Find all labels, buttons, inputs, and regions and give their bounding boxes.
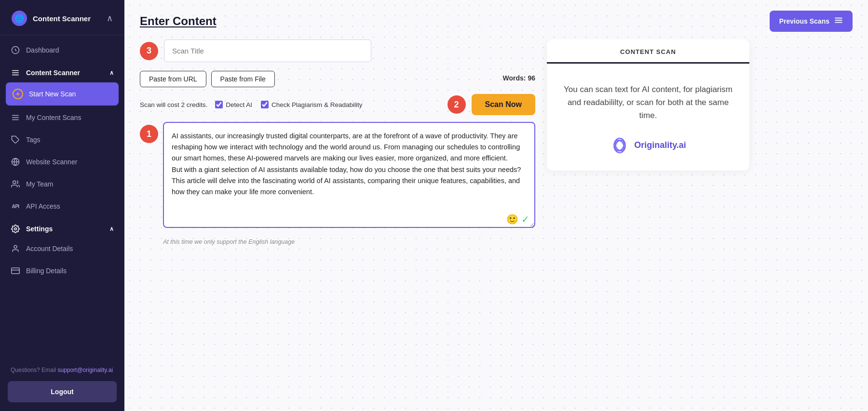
sidebar-item-start-new-scan[interactable]: + Start New Scan [6,82,119,106]
right-panel-description: You can scan text for AI content, for pl… [562,83,734,122]
paste-file-button[interactable]: Paste from File [211,71,275,87]
step-2-badge: 2 [448,95,466,114]
step-3-badge: 3 [140,42,158,60]
content-scanner-icon [11,68,20,78]
list-icon [834,16,843,26]
paste-buttons: Paste from URL Paste from File [140,71,275,87]
my-team-label: My Team [26,180,54,188]
right-panel-content: You can scan text for AI content, for pl… [547,64,749,171]
main-body: 3 Paste from URL Paste from File Words: … [124,40,868,411]
originality-icon-svg [610,136,629,155]
account-icon [11,244,20,253]
english-note: At this time we only support the English… [163,239,535,245]
sidebar-collapse-icon[interactable]: ∧ [107,13,113,24]
svg-point-12 [14,245,17,248]
prev-scans-label: Previous Scans [779,17,829,25]
scan-now-button[interactable]: Scan Now [472,94,535,115]
website-scanner-label: Website Scanner [26,158,77,166]
plagiarism-input[interactable] [261,101,269,108]
sidebar-support: Questions? Email support@originality.ai [0,361,124,377]
settings-icon [11,224,20,234]
svg-rect-13 [12,268,20,274]
paste-url-button[interactable]: Paste from URL [140,71,206,87]
billing-icon [11,266,20,276]
paste-words-row: Paste from URL Paste from File Words: 96 [140,71,535,87]
support-text: Questions? Email [11,367,56,373]
api-icon: API [11,201,20,211]
plus-circle-icon: + [13,89,23,99]
right-panel: CONTENT SCAN You can scan text for AI co… [547,40,749,171]
scan-now-area: 2 Scan Now [448,94,535,115]
sidebar-item-my-team[interactable]: My Team [0,173,124,195]
sidebar-item-website-scanner[interactable]: Website Scanner [0,151,124,173]
emoji-grammar: ✓ [521,213,529,225]
api-access-label: API Access [26,202,60,210]
sidebar-item-dashboard[interactable]: Dashboard [0,39,124,61]
main-header: Enter Content Previous Scans [124,0,868,40]
content-scans-icon [11,113,20,122]
main-content: Enter Content Previous Scans 3 Paste fro… [124,0,868,411]
detect-ai-checkbox[interactable]: Detect AI [215,101,252,108]
sidebar-item-billing-details[interactable]: Billing Details [0,260,124,282]
sidebar: 🌐 Content Scanner ∧ Dashboard Content Sc… [0,0,124,411]
sidebar-item-tags[interactable]: Tags [0,129,124,151]
start-new-scan-label: Start New Scan [29,90,76,98]
emoji-sentiment: 🙂 [506,213,518,225]
my-content-scans-label: My Content Scans [26,114,81,121]
support-email-link[interactable]: support@originality.ai [57,367,113,373]
dashboard-label: Dashboard [26,46,59,54]
originality-logo-text: Originality.ai [634,140,686,150]
content-scanner-label: Content Scanner [26,69,80,77]
svg-point-11 [14,228,17,230]
textarea-wrapper: 🙂 ✓ [163,122,535,230]
website-scanner-icon [11,157,20,167]
my-team-icon [11,179,20,189]
tags-icon [11,135,20,145]
plagiarism-label: Check Plagiarism & Readability [271,101,362,108]
step-1-badge: 1 [140,125,158,143]
tags-label: Tags [26,136,41,144]
sidebar-section-content-scanner[interactable]: Content Scanner ∧ [0,61,124,81]
originality-logo: Originality.ai [610,136,686,155]
checkbox-group: Detect AI Check Plagiarism & Readability [215,101,362,108]
billing-details-label: Billing Details [26,267,67,275]
account-details-label: Account Details [26,245,73,252]
svg-point-10 [13,181,16,184]
sidebar-nav: Dashboard Content Scanner ∧ + Start New … [0,35,124,286]
detect-ai-label: Detect AI [226,101,252,108]
page-title: Enter Content [140,14,217,28]
emoji-tools: 🙂 ✓ [506,213,529,225]
sidebar-logo: 🌐 Content Scanner ∧ [0,0,124,35]
textarea-row: 1 🙂 ✓ [140,122,535,230]
logout-button[interactable]: Logout [8,381,117,402]
content-scan-tab[interactable]: CONTENT SCAN [547,40,749,64]
settings-chevron: ∧ [109,225,114,232]
sidebar-item-my-content-scans[interactable]: My Content Scans [0,106,124,129]
logo-icon: 🌐 [12,11,27,26]
credits-label: Scan will cost 2 credits. [140,101,207,108]
settings-label: Settings [26,225,53,233]
content-textarea[interactable] [163,122,535,228]
sidebar-logo-text: Content Scanner [33,14,91,23]
left-panel: 3 Paste from URL Paste from File Words: … [140,40,535,399]
detect-ai-input[interactable] [215,101,223,108]
previous-scans-button[interactable]: Previous Scans [770,11,853,32]
words-count: Words: 96 [503,74,535,82]
options-row: Scan will cost 2 credits. Detect AI Chec… [140,94,535,115]
plagiarism-checkbox[interactable]: Check Plagiarism & Readability [261,101,362,108]
content-scanner-chevron: ∧ [109,69,114,76]
title-row: 3 [140,40,535,62]
scan-title-input[interactable] [164,40,371,62]
sidebar-item-api-access[interactable]: API API Access [0,195,124,217]
dashboard-icon [11,45,20,55]
sidebar-item-account-details[interactable]: Account Details [0,238,124,260]
sidebar-section-settings[interactable]: Settings ∧ [0,217,124,238]
